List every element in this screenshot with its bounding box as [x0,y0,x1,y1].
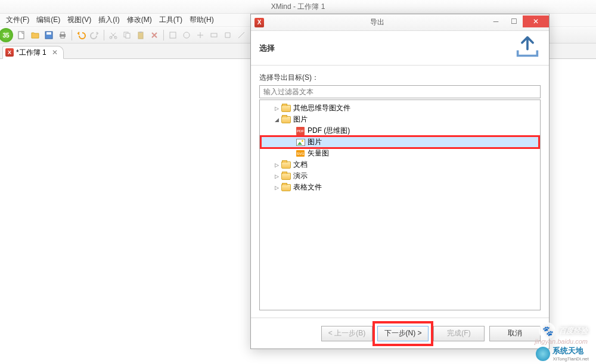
xmind-icon: X [254,18,264,27]
menu-insert[interactable]: 插入(I) [95,13,123,27]
tool-button[interactable] [221,29,234,42]
expander-icon[interactable]: ▷ [273,161,280,169]
svg-rect-2 [46,32,51,35]
select-target-label: 选择导出目标(S)： [259,73,541,83]
expander-icon[interactable]: ◢ [273,116,280,123]
expander-icon[interactable] [287,150,294,157]
expander-icon[interactable]: ▷ [273,105,280,112]
cut-button[interactable] [107,29,120,42]
svg-point-13 [184,32,190,38]
paste-button[interactable] [134,29,147,42]
dialog-body: 选择导出目标(S)： ▷其他思维导图文件◢图片PDFPDF (思维图)图片SVG… [251,66,549,318]
tree-item[interactable]: 图片 [261,136,539,148]
menu-help[interactable]: 帮助(H) [186,13,218,27]
expander-icon[interactable]: ▷ [273,173,280,180]
tool-button[interactable] [180,29,193,42]
svg-rect-9 [126,33,130,38]
finish-button: 完成(F) [433,326,485,341]
close-tab-icon[interactable]: ✕ [51,49,58,56]
export-icon [514,35,541,61]
menu-modify[interactable]: 修改(M) [123,13,156,27]
filter-input[interactable] [259,85,541,98]
svg-rect-14 [211,33,217,37]
tree-item[interactable]: PDFPDF (思维图) [261,125,539,136]
menu-edit[interactable]: 编辑(E) [33,13,64,27]
dialog-banner: 选择 [251,31,549,66]
tree-item-label: 矢量图 [308,148,329,158]
tree-item[interactable]: ▷文档 [261,159,539,170]
tool-button[interactable] [207,29,221,42]
svg-rect-0 [18,32,24,39]
main-window-titlebar: XMind - 工作簿 1 [0,0,596,14]
maximize-button[interactable]: ☐ [505,15,523,27]
export-target-tree[interactable]: ▷其他思维导图文件◢图片PDFPDF (思维图)图片SVG矢量图▷文档▷演示▷表… [259,99,541,310]
tree-item[interactable]: ▷演示 [261,170,539,182]
expander-icon[interactable]: ▷ [273,184,280,191]
dialog-title: 导出 [268,17,487,27]
notification-badge[interactable]: 35 [0,28,13,42]
minimize-button[interactable]: ─ [487,15,505,27]
dialog-banner-title: 选择 [259,43,275,54]
open-button[interactable] [29,29,42,42]
expander-icon[interactable] [287,139,294,146]
svg-rect-4 [61,32,64,35]
close-button[interactable]: ✕ [523,15,549,27]
menu-view[interactable]: 视图(V) [64,13,95,27]
svg-rect-11 [139,32,142,33]
print-button[interactable] [56,29,69,42]
tree-item[interactable]: ▷表格文件 [261,182,539,193]
redo-button[interactable] [88,29,101,42]
dialog-button-row: < 上一步(B) 下一步(N) > 完成(F) 取消 [251,318,549,349]
back-button: < 上一步(B) [321,326,372,341]
undo-button[interactable] [74,29,88,42]
tree-item[interactable]: SVG矢量图 [261,148,539,159]
menu-tools[interactable]: 工具(T) [156,13,186,27]
next-button[interactable]: 下一步(N) > [377,326,429,341]
tool-button[interactable] [194,29,207,42]
document-tab[interactable]: X *工作簿 1 ✕ [2,46,64,59]
tool-button[interactable] [166,29,179,42]
tree-item-label: PDF (思维图) [308,126,350,136]
delete-button[interactable] [148,29,161,42]
tab-label: *工作簿 1 [16,48,46,58]
tool-button[interactable] [235,29,248,42]
main-window-title: XMind - 工作簿 1 [271,2,325,12]
tree-item-label: 表格文件 [293,182,322,192]
tree-item-label: 文档 [293,160,308,170]
expander-icon[interactable] [287,127,294,135]
menu-file[interactable]: 文件(F) [2,13,33,27]
tree-item-label: 图片 [293,114,308,125]
toolbar-separator [72,30,72,41]
tree-item[interactable]: ◢图片 [261,114,539,125]
copy-button[interactable] [120,29,134,42]
export-dialog: X 导出 ─ ☐ ✕ 选择 选择导出目标(S)： ▷其他思维导图文件◢图片PDF… [250,14,550,349]
dialog-titlebar[interactable]: X 导出 ─ ☐ ✕ [251,14,549,31]
toolbar-separator [163,30,164,41]
cancel-button[interactable]: 取消 [489,326,541,341]
tree-item-label: 其他思维导图文件 [293,103,350,113]
svg-rect-10 [138,32,143,39]
new-button[interactable] [15,29,28,42]
tree-item[interactable]: ▷其他思维导图文件 [261,102,539,114]
svg-rect-12 [170,32,176,38]
save-button[interactable] [42,29,55,42]
tree-item-label: 图片 [308,137,322,147]
tree-item-label: 演示 [293,171,308,181]
xmind-icon: X [5,48,14,57]
svg-rect-5 [61,36,64,38]
toolbar-separator [104,30,104,41]
